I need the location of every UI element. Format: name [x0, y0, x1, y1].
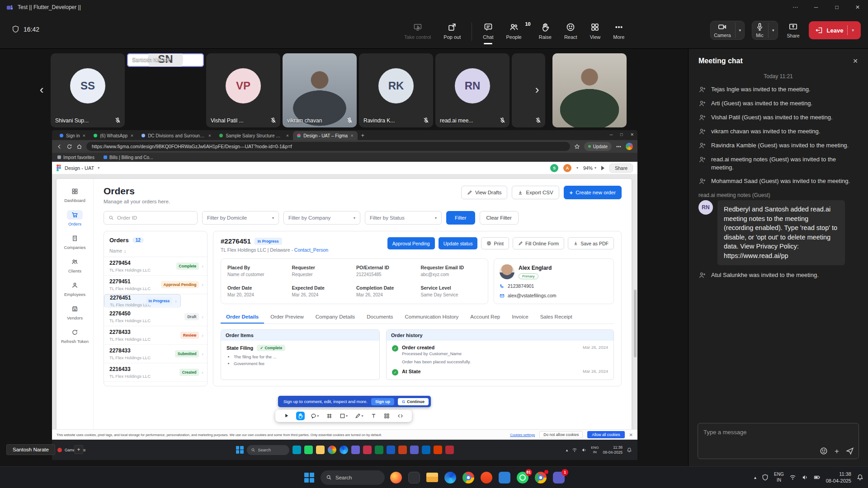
emoji-icon[interactable]	[820, 447, 828, 455]
status-badge: Created	[179, 369, 199, 376]
participant-name: Shivani Sup...	[55, 117, 89, 124]
edge-icon[interactable]	[443, 471, 457, 484]
file-explorer-icon[interactable]	[425, 471, 439, 484]
pin-overlay-button[interactable]: +	[74, 445, 83, 454]
avatar: SS	[70, 68, 105, 103]
mic-off-icon	[423, 117, 429, 124]
spotlight-participant-tile[interactable]	[552, 53, 627, 127]
edge-browser-window: Sign in✕ (6) WhatsApp✕ DC Divisions and …	[52, 130, 637, 440]
chat-message-input[interactable]	[703, 429, 853, 436]
allow-cookies-button: Allow all cookies	[587, 431, 624, 438]
people-button[interactable]: People 10	[501, 19, 530, 42]
field: Expected DateMar 26, 2024	[292, 285, 353, 298]
whatsapp-icon[interactable]: 81	[516, 471, 529, 484]
volume-icon	[581, 447, 587, 453]
comment-tool-icon: ▾	[309, 412, 320, 420]
system-message: read.ai meeting notes (Guest) was invite…	[698, 155, 858, 171]
participant-tile[interactable]: SS Shivani Sup...	[51, 53, 125, 127]
score-dot-icon	[57, 448, 62, 452]
security-shield-icon[interactable]	[762, 474, 769, 481]
chat-input-box[interactable]: +	[698, 423, 859, 459]
chrome-icon[interactable]	[462, 471, 475, 484]
camera-icon	[718, 23, 726, 31]
firefox-icon[interactable]	[389, 471, 403, 484]
share-button[interactable]: Share	[785, 21, 802, 40]
notification-bell-icon[interactable]	[857, 474, 863, 481]
status-badge: Complete	[176, 263, 199, 270]
pop-out-button[interactable]: Pop out	[439, 19, 465, 42]
app-icon	[304, 446, 313, 454]
raise-hand-button[interactable]: Raise	[534, 19, 556, 42]
participant-tile[interactable]: VP Vishal Patil ...	[206, 53, 280, 127]
leave-dropdown-icon[interactable]: ▾	[847, 25, 854, 35]
wifi-icon[interactable]	[789, 474, 796, 481]
shared-screen[interactable]: Sign in✕ (6) WhatsApp✕ DC Divisions and …	[52, 130, 637, 460]
contact-person-link: Contact_Person	[294, 247, 328, 253]
attach-plus-icon[interactable]: +	[835, 447, 839, 455]
taskbar-clock[interactable]: 11:38 08-04-2025	[826, 471, 851, 484]
system-message: Tejas Ingle was invited to the meeting.	[698, 85, 858, 94]
window-more-icon[interactable]: ⋯	[785, 0, 806, 14]
browser-tab: Sign in✕	[56, 131, 90, 140]
order-items-card: Order Items State Filing ✓Complete The	[221, 329, 380, 380]
leave-button[interactable]: Leave ▾	[809, 21, 861, 39]
refresh-icon	[66, 144, 72, 150]
react-button[interactable]: React	[560, 19, 582, 42]
figma-share-button: Share	[609, 164, 633, 173]
send-icon[interactable]	[846, 447, 854, 455]
chevron-right-icon: ›	[175, 298, 177, 304]
tab-invoice: Invoice	[506, 311, 533, 324]
take-control-icon	[413, 23, 422, 32]
participant-tile[interactable]: RK Ravindra K...	[359, 53, 433, 127]
field: Requester Email IDabc@xyz.com	[421, 265, 482, 277]
tray-expand-icon[interactable]: ▴	[754, 475, 756, 480]
sidebar-item-refresh-token: Refresh Token	[58, 325, 92, 346]
participant-tile[interactable]: RN read.ai mee...	[435, 53, 509, 127]
battery-icon[interactable]	[814, 474, 821, 481]
camera-control[interactable]: Camera ▾	[710, 21, 745, 40]
participant-tile-active-speaker[interactable]: SN Santosh Narate	[127, 53, 204, 67]
leave-icon	[816, 27, 823, 34]
app-icon	[363, 446, 372, 454]
camera-dropdown-icon[interactable]: ▾	[735, 23, 741, 38]
window-minimize-button[interactable]: ─	[806, 0, 826, 14]
participant-tile-video[interactable]: vikram chavan	[283, 53, 357, 127]
chat-close-icon[interactable]: ✕	[853, 57, 858, 65]
brave-icon[interactable]	[480, 471, 493, 484]
language-indicator[interactable]: ENG IN	[774, 472, 784, 483]
meeting-toolbar: 16:42 Take control Pop out Chat People 1…	[0, 14, 868, 49]
strip-next-button[interactable]: ›	[531, 80, 543, 99]
window-titlebar: Test || Flutter_Developer || ⋯ ─ □ ✕	[0, 0, 868, 14]
browser-close-icon: ✕	[630, 132, 634, 137]
strip-prev-button[interactable]: ‹	[35, 80, 48, 99]
dark-app-icon[interactable]	[407, 471, 421, 484]
check-icon: ✓	[260, 346, 263, 350]
vscode-icon[interactable]	[498, 471, 511, 484]
cart-icon	[71, 211, 78, 218]
teams-meeting-window: Test || Flutter_Developer || ⋯ ─ □ ✕ 16:…	[0, 0, 868, 488]
mic-dropdown-icon[interactable]: ▾	[768, 23, 774, 38]
approval-pending-button: Approval Pending	[387, 237, 435, 249]
mic-control[interactable]: Mic ▾	[752, 21, 778, 40]
download-icon	[518, 190, 523, 195]
ellipsis-icon	[614, 23, 623, 32]
teams-icon[interactable]: 1	[552, 471, 566, 484]
status-badge: In Progress	[146, 297, 173, 305]
taskbar-search[interactable]: Search	[321, 470, 385, 485]
volume-icon[interactable]	[802, 474, 808, 481]
chat-button[interactable]: Chat	[478, 19, 498, 42]
item-detail: Government fee	[234, 361, 374, 366]
chat-message-list[interactable]: Today 11:21 Tejas Ingle was invited to t…	[689, 69, 868, 418]
person-add-icon	[698, 128, 706, 136]
chrome-profile-icon[interactable]	[534, 471, 547, 484]
window-close-button[interactable]: ✕	[847, 0, 868, 14]
start-button[interactable]	[302, 471, 316, 484]
file-dropdown-icon: ▾	[98, 166, 99, 170]
pop-out-icon	[448, 23, 457, 32]
more-button[interactable]: More	[609, 19, 629, 42]
person-add-icon	[698, 114, 706, 122]
window-maximize-button[interactable]: □	[826, 0, 847, 14]
new-tab-icon: +	[361, 132, 364, 139]
view-button[interactable]: View	[585, 19, 605, 42]
teams-logo-icon	[6, 4, 13, 11]
